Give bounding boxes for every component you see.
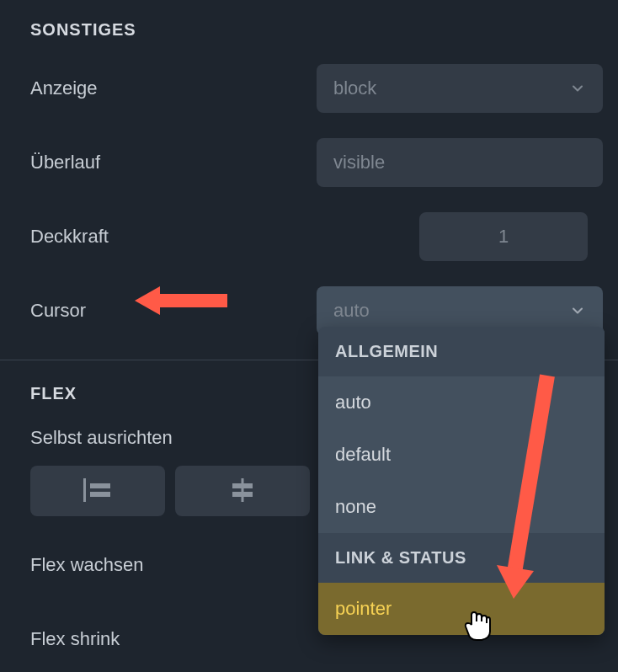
hand-cursor-icon (463, 610, 492, 645)
svg-rect-5 (232, 492, 253, 497)
select-cursor-value: auto (333, 300, 370, 322)
align-self-center-button[interactable] (175, 466, 310, 516)
svg-rect-1 (90, 483, 110, 488)
select-overflow-value: visible (333, 152, 385, 173)
chevron-down-icon (569, 302, 586, 319)
svg-rect-3 (242, 478, 244, 502)
select-display[interactable]: block (317, 64, 603, 113)
row-opacity: Deckkraft 1 (30, 211, 588, 262)
align-center-icon (228, 478, 257, 504)
select-display-value: block (333, 77, 376, 99)
section-title-misc: SONSTIGES (30, 20, 588, 40)
label-overflow: Überlauf (30, 152, 317, 173)
svg-marker-9 (497, 565, 534, 599)
svg-marker-8 (135, 286, 160, 315)
annotation-arrow-pointer (471, 367, 573, 606)
label-opacity: Deckkraft (30, 226, 317, 248)
align-self-start-button[interactable] (30, 466, 165, 516)
misc-section: SONSTIGES Anzeige block Überlauf visible… (0, 0, 618, 336)
svg-rect-2 (90, 492, 110, 497)
select-overflow[interactable]: visible (317, 138, 603, 187)
annotation-arrow-cursor (135, 280, 236, 325)
input-opacity[interactable]: 1 (419, 212, 588, 261)
label-flex-shrink: Flex shrink (30, 628, 317, 650)
row-display: Anzeige block (30, 63, 588, 114)
chevron-down-icon (569, 80, 586, 97)
align-start-icon (83, 478, 112, 504)
label-display: Anzeige (30, 77, 317, 99)
svg-rect-4 (232, 483, 253, 488)
label-flex-grow: Flex wachsen (30, 554, 317, 576)
svg-rect-0 (83, 478, 86, 502)
row-overflow: Überlauf visible (30, 137, 588, 188)
